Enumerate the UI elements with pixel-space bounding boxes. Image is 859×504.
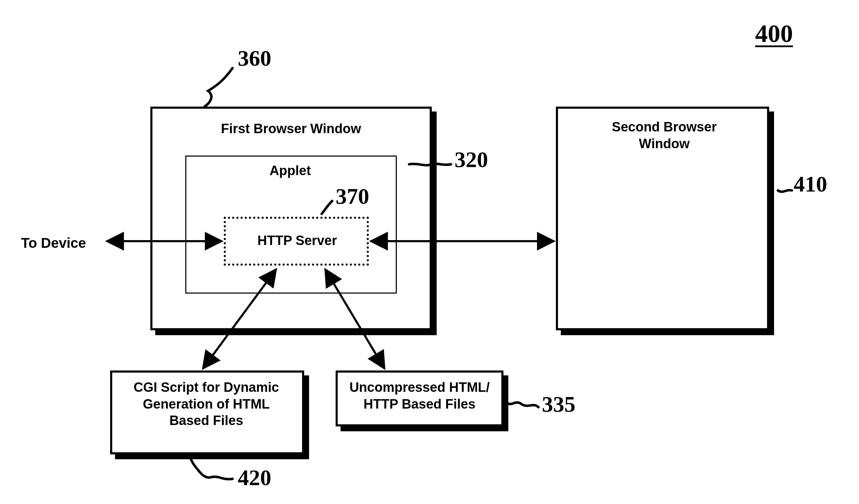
ref-360: 360	[238, 45, 271, 71]
second-browser-window-label: Second Browser Window	[594, 119, 734, 152]
applet-label: Applet	[252, 163, 329, 179]
ref-420: 420	[238, 465, 271, 491]
ref-320: 320	[454, 147, 488, 173]
ref-410: 410	[794, 171, 827, 197]
diagram-canvas: 400 First Browser Window Applet HTTP Ser…	[0, 0, 859, 504]
figure-number: 400	[755, 19, 793, 48]
ref-335: 335	[542, 391, 575, 417]
first-browser-window-label: First Browser Window	[213, 121, 369, 137]
cgi-script-label: CGI Script for Dynamic Generation of HTM…	[115, 379, 297, 429]
ref-370: 370	[336, 183, 369, 209]
uncompressed-files-label: Uncompressed HTML/ HTTP Based Files	[341, 379, 498, 412]
http-server-label: HTTP Server	[245, 232, 350, 249]
to-device-label: To Device	[21, 234, 101, 252]
